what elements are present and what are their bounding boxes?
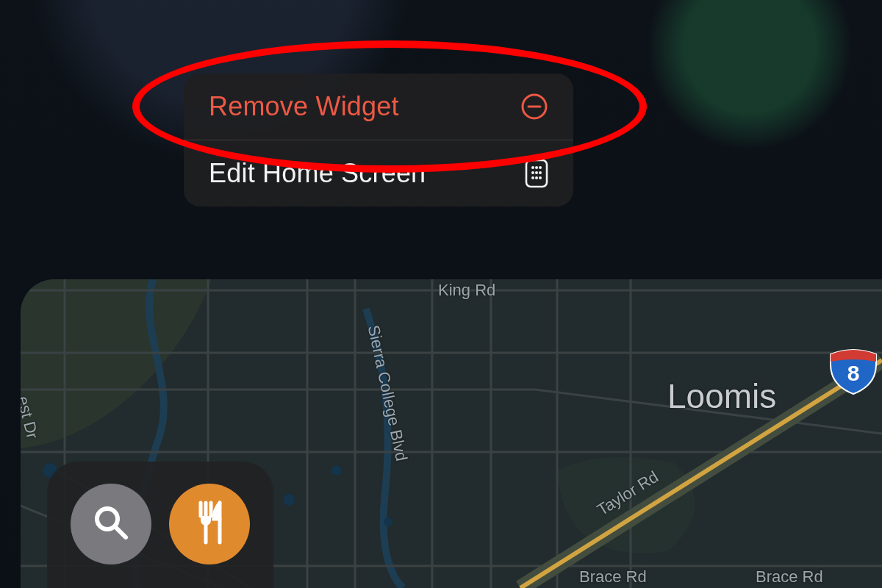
svg-line-18 [115, 526, 126, 537]
widget-context-menu: Remove Widget Edit Home Screen [184, 74, 573, 207]
svg-point-10 [535, 176, 538, 179]
svg-point-9 [531, 176, 534, 179]
remove-widget-button[interactable]: Remove Widget [184, 74, 573, 140]
svg-point-15 [331, 465, 342, 476]
home-screen-overlay: Remove Widget Edit Home Screen [0, 0, 882, 588]
search-icon [90, 502, 132, 546]
fork-knife-icon [190, 500, 229, 548]
map-search-button[interactable] [71, 484, 151, 564]
svg-point-5 [539, 166, 542, 169]
svg-point-14 [283, 494, 295, 506]
interstate-number: 8 [847, 361, 860, 385]
map-quick-actions [47, 462, 273, 588]
svg-point-4 [535, 166, 538, 169]
interstate-shield-icon: 8 [828, 344, 879, 395]
minus-circle-icon [520, 93, 548, 121]
svg-point-16 [384, 517, 392, 526]
remove-widget-label: Remove Widget [209, 91, 399, 122]
apps-grid-icon [525, 159, 548, 188]
svg-point-7 [535, 171, 538, 174]
map-restaurants-button[interactable] [169, 484, 250, 564]
edit-home-screen-label: Edit Home Screen [209, 158, 426, 189]
svg-point-11 [539, 176, 542, 179]
svg-point-3 [531, 166, 534, 169]
svg-point-8 [539, 171, 542, 174]
svg-point-6 [531, 171, 534, 174]
edit-home-screen-button[interactable]: Edit Home Screen [184, 140, 573, 207]
maps-widget[interactable]: King Rd Sierra College Blvd Taylor Rd Br… [21, 279, 882, 588]
